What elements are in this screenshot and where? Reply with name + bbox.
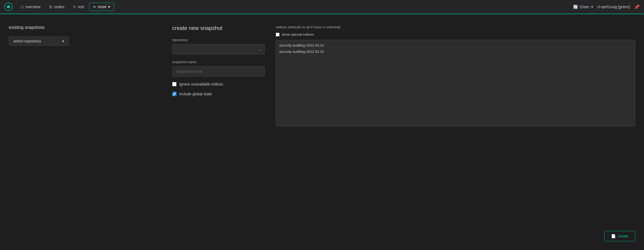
repository-field-group: repository <box>172 38 265 54</box>
repository-select[interactable] <box>172 44 265 54</box>
snapshot-name-field-group: snapshot name <box>172 60 265 77</box>
overview-icon: ⬡ <box>21 5 24 9</box>
nav-item-rest[interactable]: ✎ rest <box>69 3 88 11</box>
create-snapshot-form: create new snapshot repository snapshot … <box>172 25 265 126</box>
create-button-label: create <box>618 234 628 238</box>
show-special-indices-row: show special indices <box>276 32 635 36</box>
show-special-indices-checkbox[interactable] <box>276 33 280 36</box>
include-global-state-label[interactable]: include global state <box>179 92 212 96</box>
list-item[interactable]: security-auditlog-2022.03.15 <box>279 48 632 55</box>
nav-label-overview: overview <box>25 5 40 9</box>
more-chevron-icon: ▾ <box>108 5 110 9</box>
indices-list[interactable]: security-auditlog-2022.03.14 security-au… <box>279 42 632 124</box>
left-panel: existing snapshots select repository ▾ <box>9 25 161 126</box>
nav-label-nodes: nodes <box>54 5 64 9</box>
indices-title: indices (defaults to all if none is sele… <box>276 25 635 29</box>
nav-item-overview[interactable]: ⬡ overview <box>17 3 44 11</box>
main-content: existing snapshots select repository ▾ c… <box>0 14 644 137</box>
repository-label: repository <box>172 38 265 42</box>
ignore-unavailable-row: ignore unavailable indices <box>172 82 265 86</box>
ignore-unavailable-label[interactable]: ignore unavailable indices <box>179 82 223 86</box>
show-special-indices-label[interactable]: show special indices <box>282 32 314 36</box>
indices-panel: indices (defaults to all if none is sele… <box>276 25 635 126</box>
select-repository-button[interactable]: select repository ▾ <box>9 36 69 46</box>
snapshot-name-label: snapshot name <box>172 60 265 64</box>
refresh-button[interactable]: 🔄 15sec ▾ <box>573 5 593 9</box>
repository-select-wrapper <box>172 44 265 54</box>
include-global-state-checkbox[interactable] <box>172 92 177 96</box>
cluster-name: cl-qe81suig [green] <box>597 5 630 9</box>
select-repository-chevron: ▾ <box>62 39 64 43</box>
include-global-state-row: include global state <box>172 92 265 96</box>
nav-item-nodes[interactable]: ☰ nodes <box>45 3 68 11</box>
refresh-icon: 🔄 <box>573 5 578 9</box>
nav-item-more[interactable]: ✏ more ▾ <box>89 3 114 11</box>
rest-icon: ✎ <box>73 5 76 9</box>
navbar-right: 🔄 15sec ▾ cl-qe81suig [green] 📌 <box>573 4 640 10</box>
refresh-interval: 15sec <box>579 5 590 9</box>
create-icon: 📄 <box>611 234 616 238</box>
ignore-unavailable-checkbox[interactable] <box>172 82 177 86</box>
footer-area: 📄 create <box>604 231 635 241</box>
select-repository-label: select repository <box>13 39 41 43</box>
navbar: ⬡ overview ☰ nodes ✎ rest ✏ more ▾ 🔄 15s… <box>0 0 644 14</box>
indices-list-container: security-auditlog-2022.03.14 security-au… <box>276 40 635 126</box>
pin-icon[interactable]: 📌 <box>634 4 640 10</box>
navbar-left: ⬡ overview ☰ nodes ✎ rest ✏ more ▾ <box>4 3 573 11</box>
refresh-chevron-icon: ▾ <box>591 5 593 9</box>
create-snapshot-title: create new snapshot <box>172 25 265 31</box>
right-panel: create new snapshot repository snapshot … <box>172 25 635 126</box>
create-button[interactable]: 📄 create <box>604 231 635 241</box>
nodes-icon: ☰ <box>49 5 52 9</box>
nav-label-more: more <box>98 5 107 9</box>
existing-snapshots-title: existing snapshots <box>9 25 161 30</box>
nav-label-rest: rest <box>78 5 84 9</box>
app-logo[interactable] <box>4 3 13 11</box>
more-icon: ✏ <box>93 5 96 9</box>
snapshot-name-input[interactable] <box>172 66 265 77</box>
list-item[interactable]: security-auditlog-2022.03.14 <box>279 42 632 48</box>
